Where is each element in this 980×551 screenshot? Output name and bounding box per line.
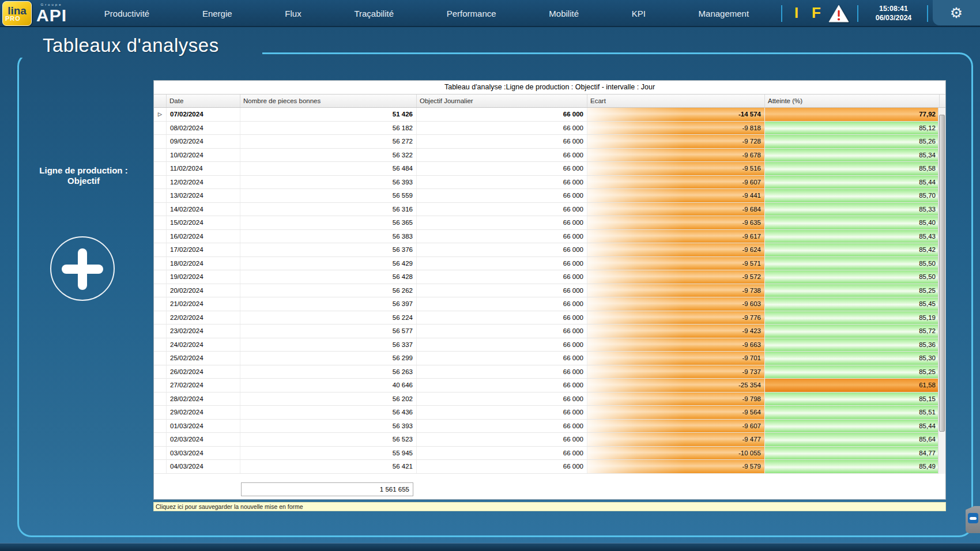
- table-row[interactable]: 25/02/202456 29966 000-9 70185,30: [154, 352, 939, 365]
- column-header-objectif-journalier[interactable]: Objectif Journalier: [416, 95, 587, 107]
- column-header-nombre-de-pieces-bonnes[interactable]: Nombre de pieces bonnes: [240, 95, 416, 107]
- plus-icon: [78, 248, 87, 290]
- cell-date: 21/02/2024: [166, 297, 240, 311]
- cell-objectif: 66 000: [416, 243, 587, 256]
- cell-objectif: 66 000: [416, 189, 587, 202]
- table-row[interactable]: ▷07/02/202451 42666 000-14 57477,92: [154, 108, 939, 122]
- remote-access-badge[interactable]: [966, 506, 980, 533]
- settings-button[interactable]: ⚙: [933, 0, 980, 25]
- table-row[interactable]: 19/02/202456 42866 000-9 57285,50: [154, 270, 939, 284]
- table-row[interactable]: 04/03/202456 42166 000-9 57985,49: [154, 460, 939, 474]
- table-row[interactable]: 08/02/202456 18266 000-9 81885,12: [154, 122, 939, 135]
- clock: 15:08:41 06/03/2024: [864, 4, 924, 22]
- cell-pieces-bonnes: 51 426: [240, 108, 416, 121]
- nav-item-management[interactable]: Management: [699, 9, 749, 18]
- table-row[interactable]: 28/02/202456 20266 000-9 79885,15: [154, 393, 939, 406]
- cell-objectif: 66 000: [416, 311, 587, 324]
- cell-atteinte-bar: 85,70: [764, 189, 939, 202]
- row-marker-icon: [154, 176, 166, 189]
- cell-pieces-bonnes: 56 577: [240, 324, 416, 338]
- cell-pieces-bonnes: 56 383: [240, 230, 416, 243]
- table-row[interactable]: 23/02/202456 57766 000-9 42385,72: [154, 324, 939, 338]
- table-row[interactable]: 14/02/202456 31666 000-9 68485,33: [154, 203, 939, 217]
- column-header-ecart[interactable]: Ecart: [587, 95, 764, 107]
- table-row[interactable]: 17/02/202456 37666 000-9 62485,42: [154, 243, 939, 257]
- table-row[interactable]: 22/02/202456 22466 000-9 77685,19: [154, 311, 939, 325]
- cell-date: 11/02/2024: [166, 162, 240, 175]
- table-body: ▷07/02/202451 42666 000-14 57477,9208/02…: [154, 108, 939, 474]
- cell-pieces-bonnes: 56 376: [240, 243, 416, 256]
- navbar-right-cluster: I F 15:08:41 06/03/2024 ⚙: [772, 0, 980, 27]
- cell-pieces-bonnes: 56 263: [240, 365, 416, 379]
- cell-ecart-bar: -9 516: [587, 162, 764, 175]
- cell-ecart-bar: -9 423: [587, 324, 764, 338]
- cell-objectif: 66 000: [416, 406, 587, 419]
- column-header-spacer: [154, 95, 166, 107]
- table-row[interactable]: 20/02/202456 26266 000-9 73885,25: [154, 284, 939, 298]
- cell-atteinte-bar: 85,30: [764, 352, 939, 365]
- scrollbar-thumb[interactable]: [939, 115, 945, 432]
- table-row[interactable]: 12/02/202456 39366 000-9 60785,44: [154, 176, 939, 190]
- nav-item-mobilite[interactable]: Mobilité: [549, 9, 579, 18]
- table-row[interactable]: 27/02/202440 64666 000-25 35461,58: [154, 379, 939, 393]
- column-header-date[interactable]: Date: [166, 95, 240, 107]
- cell-date: 25/02/2024: [166, 352, 240, 365]
- alert-warning-icon[interactable]: [828, 5, 850, 23]
- save-formatting-banner[interactable]: Cliquez ici pour sauvegarder la nouvelle…: [153, 502, 946, 511]
- cell-atteinte-bar: 85,42: [764, 243, 939, 256]
- table-row[interactable]: 24/02/202456 33766 000-9 66385,36: [154, 338, 939, 352]
- indicator-f: F: [812, 4, 821, 22]
- cell-objectif: 66 000: [416, 365, 587, 379]
- top-navbar: lina PRO Groupe API ProductivitéEnergieF…: [0, 0, 980, 27]
- row-marker-icon: [154, 352, 166, 365]
- cell-date: 19/02/2024: [166, 270, 240, 284]
- table-row[interactable]: 15/02/202456 36566 000-9 63585,40: [154, 216, 939, 230]
- table-row[interactable]: 26/02/202456 26366 000-9 73785,25: [154, 365, 939, 379]
- cell-date: 18/02/2024: [166, 257, 240, 270]
- nav-item-kpi[interactable]: KPI: [632, 9, 646, 18]
- add-analysis-button[interactable]: [50, 236, 115, 301]
- cell-atteinte-bar: 85,44: [764, 176, 939, 189]
- table-row[interactable]: 03/03/202455 94566 000-10 05584,77: [154, 447, 939, 461]
- table-row[interactable]: 01/03/202456 39366 000-9 60785,44: [154, 420, 939, 433]
- table-vertical-scrollbar[interactable]: [938, 108, 945, 474]
- cell-date: 08/02/2024: [166, 122, 240, 135]
- cell-date: 27/02/2024: [166, 379, 240, 392]
- cell-atteinte-bar: 85,51: [764, 406, 939, 419]
- cell-pieces-bonnes: 56 182: [240, 122, 416, 135]
- row-marker-icon: [154, 338, 166, 352]
- table-row[interactable]: 02/03/202456 52366 000-9 47785,64: [154, 433, 939, 447]
- cell-ecart-bar: -14 574: [587, 108, 764, 121]
- table-row[interactable]: 18/02/202456 42966 000-9 57185,50: [154, 257, 939, 271]
- cell-pieces-bonnes: 56 224: [240, 311, 416, 324]
- nav-item-tracabilite[interactable]: Traçabilité: [354, 9, 394, 18]
- indicator-i: I: [794, 4, 798, 22]
- table-row[interactable]: 29/02/202456 43666 000-9 56485,51: [154, 406, 939, 420]
- nav-item-flux[interactable]: Flux: [285, 9, 301, 18]
- cell-atteinte-bar: 85,45: [764, 297, 939, 311]
- cell-date: 01/03/2024: [166, 420, 240, 433]
- cell-objectif: 66 000: [416, 297, 587, 311]
- cell-pieces-bonnes: 56 393: [240, 420, 416, 433]
- cell-ecart-bar: -9 798: [587, 393, 764, 406]
- table-row[interactable]: 11/02/202456 48466 000-9 51685,58: [154, 162, 939, 176]
- remote-access-icon: [968, 513, 978, 523]
- cell-date: 28/02/2024: [166, 393, 240, 406]
- cell-atteinte-bar: 85,40: [764, 216, 939, 229]
- table-row[interactable]: 21/02/202456 39766 000-9 60385,45: [154, 297, 939, 311]
- cell-objectif: 66 000: [416, 379, 587, 392]
- nav-item-energie[interactable]: Energie: [202, 9, 232, 18]
- analysis-context-line1: Ligne de production :: [22, 165, 145, 176]
- table-row[interactable]: 16/02/202456 38366 000-9 61785,43: [154, 230, 939, 244]
- cell-objectif: 66 000: [416, 393, 587, 406]
- cell-ecart-bar: -9 701: [587, 352, 764, 365]
- table-row[interactable]: 09/02/202456 27266 000-9 72885,26: [154, 135, 939, 149]
- cell-ecart-bar: -9 678: [587, 149, 764, 162]
- cell-date: 02/03/2024: [166, 433, 240, 446]
- nav-item-productivite[interactable]: Productivité: [104, 9, 149, 18]
- table-row[interactable]: 10/02/202456 32266 000-9 67885,34: [154, 149, 939, 163]
- cell-date: 26/02/2024: [166, 365, 240, 379]
- column-header-atteinte-(%)[interactable]: Atteinte (%): [764, 95, 939, 107]
- nav-item-performance[interactable]: Performance: [447, 9, 496, 18]
- table-row[interactable]: 13/02/202456 55966 000-9 44185,70: [154, 189, 939, 203]
